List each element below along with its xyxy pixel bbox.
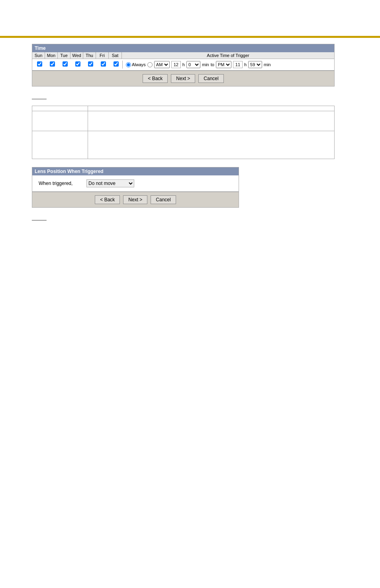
days-header: Sun Mon Tue Wed Thu Fri Sat [32, 52, 122, 59]
time-next-button[interactable]: Next > [171, 74, 195, 83]
cb-fri[interactable] [101, 61, 106, 67]
time-header-row: Sun Mon Tue Wed Thu Fri Sat Active Time … [32, 52, 334, 59]
h-label-2: h [244, 62, 247, 67]
active-time-header: Active Time of Trigger [122, 52, 334, 59]
time-back-button[interactable]: < Back [143, 74, 168, 83]
time-section-title: Time [32, 44, 334, 52]
cb-wed-cell [71, 61, 84, 69]
cb-sun[interactable] [37, 61, 42, 67]
day-sat: Sat [109, 52, 121, 59]
desc-label-3 [32, 131, 88, 159]
table-row [32, 106, 335, 111]
lens-btn-row: < Back Next > Cancel [32, 192, 239, 207]
cb-sun-cell [33, 61, 46, 69]
time-btn-row: < Back Next > Cancel [32, 71, 334, 86]
day-thu: Thu [83, 52, 96, 59]
am-pm-end-select[interactable]: AM PM [216, 61, 231, 68]
lens-row: When triggered, Do not move Move to pres… [32, 175, 239, 191]
min-start-select[interactable]: 0 15 30 45 [186, 61, 200, 68]
day-fri: Fri [96, 52, 109, 59]
table-row [32, 131, 335, 159]
radio-always[interactable] [126, 62, 131, 67]
table-row [32, 111, 335, 131]
desc-value-3 [88, 131, 335, 159]
radio-always-label: Always [126, 62, 146, 67]
cb-tue[interactable] [63, 61, 68, 67]
checkboxes-area [33, 61, 123, 69]
always-label: Always [132, 62, 146, 67]
to-label: to [211, 62, 214, 67]
cb-thu-cell [84, 61, 97, 69]
h-label-1: h [182, 62, 185, 67]
cb-mon-cell [46, 61, 59, 69]
am-pm-start-select[interactable]: AM PM [154, 61, 170, 68]
cb-sat[interactable] [114, 61, 119, 67]
day-wed: Wed [71, 52, 83, 59]
lens-next-button[interactable]: Next > [123, 195, 147, 204]
time-cancel-button[interactable]: Cancel [198, 74, 223, 83]
cb-thu[interactable] [88, 61, 93, 67]
lens-section-title: Lens Position When Triggered [32, 167, 239, 175]
note-line-1: ______ [32, 94, 56, 99]
note-line-2: ______ [32, 216, 56, 220]
cb-sat-cell [110, 61, 122, 69]
lens-position-select[interactable]: Do not move Move to preset Move to home [86, 179, 134, 187]
day-sun: Sun [32, 52, 45, 59]
min-end-select[interactable]: 0 15 30 45 59 59 [248, 61, 262, 68]
lens-cancel-button[interactable]: Cancel [151, 195, 176, 204]
hour-end-input[interactable] [233, 61, 243, 68]
radio-range[interactable] [147, 62, 153, 67]
day-mon: Mon [45, 52, 58, 59]
cb-tue-cell [59, 61, 71, 69]
desc-value-2 [88, 111, 335, 131]
cb-mon[interactable] [50, 61, 55, 67]
gold-bar [0, 36, 380, 38]
desc-label-1 [32, 106, 88, 111]
cb-wed[interactable] [75, 61, 80, 67]
radio-range-label [147, 62, 153, 67]
when-triggered-label: When triggered, [39, 181, 78, 186]
lens-back-button[interactable]: < Back [95, 195, 120, 204]
lens-section: Lens Position When Triggered When trigge… [32, 167, 239, 208]
time-data-row: Always AM PM h 0 15 30 45 min to [32, 59, 334, 70]
hour-start-input[interactable] [171, 61, 181, 68]
min-label-1: min [202, 62, 209, 67]
desc-value-1 [88, 106, 335, 111]
min-label-2: min [264, 62, 271, 67]
desc-table [32, 106, 335, 159]
cb-fri-cell [97, 61, 110, 69]
time-section: Time Sun Mon Tue Wed Thu Fri Sat Active … [32, 44, 335, 87]
day-tue: Tue [58, 52, 71, 59]
desc-label-2 [32, 111, 88, 131]
time-controls: Always AM PM h 0 15 30 45 min to [123, 61, 333, 68]
